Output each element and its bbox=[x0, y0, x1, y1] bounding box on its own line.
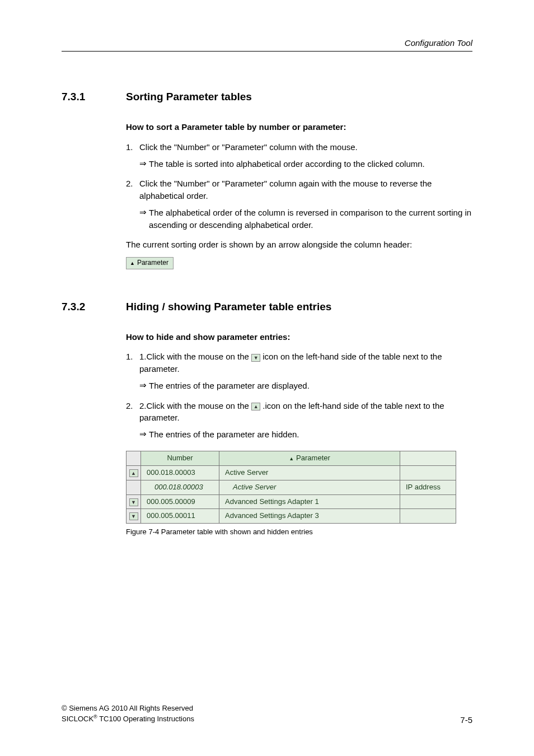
doc-title: SICLOCK® TC100 Operating Instructions bbox=[62, 713, 194, 725]
figure-caption: Figure 7-4 Parameter table with shown an… bbox=[126, 527, 472, 538]
expand-down-icon: ▼ bbox=[251, 354, 260, 362]
row-toggle-cell[interactable]: ▼ bbox=[127, 509, 141, 524]
step-text: 2.Click with the mouse on the ▲ .icon on… bbox=[139, 400, 472, 424]
section-731-heading: 7.3.1 Sorting Parameter tables bbox=[62, 91, 472, 103]
step-text: Click the "Number" or "Parameter" column… bbox=[139, 178, 472, 202]
sort-note: The current sorting order is shown by an… bbox=[126, 239, 472, 251]
step-text-a: 1.Click with the mouse on the bbox=[139, 352, 251, 361]
cell-value bbox=[400, 509, 456, 524]
step-2: 2. Click the "Number" or "Parameter" col… bbox=[126, 178, 472, 202]
howto-heading: How to hide and show parameter entries: bbox=[126, 331, 472, 343]
collapse-up-icon: ▲ bbox=[129, 469, 138, 477]
col-header-parameter-label: Parameter bbox=[296, 454, 330, 462]
cell-value bbox=[400, 465, 456, 480]
table-row: ▼ 000.005.00009 Advanced Settings Adapte… bbox=[127, 494, 456, 509]
badge-label: Parameter bbox=[137, 258, 168, 268]
copyright: © Siemens AG 2010 All Rights Reserved bbox=[62, 703, 194, 713]
table-row: ▼ 000.005.00011 Advanced Settings Adapte… bbox=[127, 509, 456, 524]
parameter-sort-badge: ▲ Parameter bbox=[126, 257, 174, 269]
sort-asc-icon: ▲ bbox=[289, 456, 294, 461]
step-2: 2. 2.Click with the mouse on the ▲ .icon… bbox=[126, 400, 472, 424]
result-text: The table is sorted into alphabetical or… bbox=[149, 158, 472, 170]
cell-parameter: Active Server bbox=[219, 465, 400, 480]
cell-number: 000.018.00003 bbox=[141, 465, 219, 480]
step-number: 1. bbox=[126, 141, 139, 153]
table-header-row: Number ▲Parameter bbox=[127, 451, 456, 465]
howto-heading: How to sort a Parameter table by number … bbox=[126, 121, 472, 133]
step-text: 1.Click with the mouse on the ▼ icon on … bbox=[139, 351, 472, 375]
col-header-number[interactable]: Number bbox=[141, 451, 219, 465]
section-number: 7.3.1 bbox=[62, 91, 126, 103]
section-title: Sorting Parameter tables bbox=[126, 91, 252, 103]
step-1: 1. Click the "Number" or "Parameter" col… bbox=[126, 141, 472, 153]
cell-value bbox=[400, 494, 456, 509]
cell-parameter: Advanced Settings Adapter 1 bbox=[219, 494, 400, 509]
cell-value: IP address bbox=[400, 480, 456, 494]
sort-asc-icon: ▲ bbox=[130, 260, 135, 267]
section-title: Hiding / showing Parameter table entries bbox=[126, 301, 331, 313]
section-732-body: How to hide and show parameter entries: … bbox=[126, 331, 472, 538]
section-number: 7.3.2 bbox=[62, 301, 126, 313]
cell-number: 000.018.00003 bbox=[141, 480, 219, 494]
registered-icon: ® bbox=[93, 714, 97, 720]
expand-down-icon: ▼ bbox=[129, 512, 138, 520]
step-1: 1. 1.Click with the mouse on the ▼ icon … bbox=[126, 351, 472, 375]
footer-left: © Siemens AG 2010 All Rights Reserved SI… bbox=[62, 703, 194, 725]
page-header-section: Configuration Tool bbox=[62, 38, 472, 48]
cell-parameter: Active Server bbox=[219, 480, 400, 494]
step-1-result: ⇒ The table is sorted into alphabetical … bbox=[139, 158, 472, 170]
cell-number: 000.005.00011 bbox=[141, 509, 219, 524]
row-toggle-cell bbox=[127, 480, 141, 494]
table-row: ▲ 000.018.00003 Active Server bbox=[127, 465, 456, 480]
section-732-heading: 7.3.2 Hiding / showing Parameter table e… bbox=[62, 301, 472, 313]
section-731-body: How to sort a Parameter table by number … bbox=[126, 121, 472, 269]
sort-badge-example: ▲ Parameter bbox=[126, 256, 472, 269]
header-rule bbox=[62, 51, 472, 52]
parameter-table: Number ▲Parameter ▲ 000.018.00003 Active… bbox=[126, 451, 456, 524]
row-toggle-cell[interactable]: ▼ bbox=[127, 494, 141, 509]
col-header-parameter[interactable]: ▲Parameter bbox=[219, 451, 400, 465]
result-arrow-icon: ⇒ bbox=[139, 428, 147, 441]
step-text: Click the "Number" or "Parameter" column… bbox=[139, 141, 472, 153]
result-text: The entries of the parameter are display… bbox=[149, 380, 472, 392]
step-1-result: ⇒ The entries of the parameter are displ… bbox=[139, 380, 472, 392]
expand-down-icon: ▼ bbox=[129, 498, 138, 506]
step-text-a: 2.Click with the mouse on the bbox=[139, 401, 251, 410]
step-2-result: ⇒ The entries of the parameter are hidde… bbox=[139, 428, 472, 441]
doc-title-b: TC100 Operating Instructions bbox=[97, 715, 194, 724]
col-header-toggle[interactable] bbox=[127, 451, 141, 465]
col-header-value[interactable] bbox=[400, 451, 456, 465]
step-number: 1. bbox=[126, 351, 139, 375]
step-number: 2. bbox=[126, 400, 139, 424]
result-arrow-icon: ⇒ bbox=[139, 158, 147, 170]
cell-number: 000.005.00009 bbox=[141, 494, 219, 509]
step-2-result: ⇒ The alphabetical order of the column i… bbox=[139, 207, 472, 231]
table-row: 000.018.00003 Active Server IP address bbox=[127, 480, 456, 494]
step-number: 2. bbox=[126, 178, 139, 202]
result-text: The alphabetical order of the column is … bbox=[149, 207, 472, 231]
result-arrow-icon: ⇒ bbox=[139, 207, 147, 231]
page-footer: © Siemens AG 2010 All Rights Reserved SI… bbox=[62, 703, 472, 725]
doc-title-a: SICLOCK bbox=[62, 715, 93, 724]
collapse-up-icon: ▲ bbox=[251, 403, 260, 410]
row-toggle-cell[interactable]: ▲ bbox=[127, 465, 141, 480]
result-arrow-icon: ⇒ bbox=[139, 380, 147, 392]
cell-parameter: Advanced Settings Adapter 3 bbox=[219, 509, 400, 524]
result-text: The entries of the parameter are hidden. bbox=[149, 428, 472, 441]
page-number: 7-5 bbox=[460, 715, 472, 725]
